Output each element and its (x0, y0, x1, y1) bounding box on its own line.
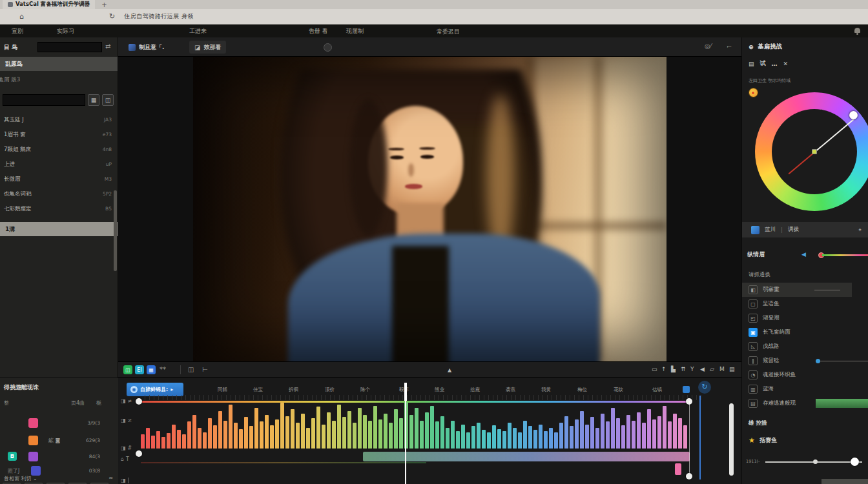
marker-blue-square[interactable] (683, 386, 690, 393)
swatch-row[interactable]: 絋 ◙629(3 (0, 433, 118, 447)
grade-mode-label1[interactable]: 蓝川 (765, 226, 776, 234)
effect-row[interactable]: ▢呈语鱼 (742, 297, 868, 311)
wheel-center-handle[interactable] (812, 149, 817, 154)
tab-source-monitor[interactable]: ◪ 效那看 (189, 41, 226, 54)
grade-mode-row[interactable]: 蓝川 | 调拨 ✦ (742, 222, 868, 237)
menu-item-0[interactable]: 宣剧 (12, 27, 23, 35)
grade-mode-label2[interactable]: 调拨 (788, 226, 799, 234)
marker-in-icon[interactable]: ⊢ (202, 366, 208, 373)
swatch-row[interactable]: 3/9(3 (0, 416, 118, 430)
view-toggle-icon-0[interactable]: ▦ (88, 94, 99, 106)
effects-icon[interactable]: ◫ (123, 365, 132, 374)
chevron-down-icon[interactable]: ⌄ (33, 476, 37, 481)
track-mute-icon[interactable]: ⌂ (121, 456, 124, 462)
timeline-scrollbar[interactable] (729, 403, 734, 476)
col-icon[interactable]: 梔 (96, 399, 101, 407)
slider-knob-small[interactable] (813, 459, 818, 464)
media-list-item[interactable]: 长微眉M3 (0, 172, 118, 187)
close-icon[interactable]: ✕ (783, 61, 789, 67)
media-list-item[interactable]: 也亀名词鹈5P2 (0, 187, 118, 201)
media-list-item[interactable]: 1眉书 窗e73 (0, 127, 118, 142)
track-lock-icon[interactable]: | (128, 478, 130, 483)
tab-program-monitor[interactable]: 制且意「. (123, 41, 169, 54)
track-header[interactable]: ◨# (121, 445, 132, 451)
swatch-row[interactable]: ◘84(3 (0, 449, 118, 463)
search-input[interactable] (37, 42, 102, 52)
palette-icon[interactable]: ▤ (749, 61, 754, 67)
playhead[interactable] (405, 383, 406, 484)
new-tab-button[interactable]: + (101, 1, 107, 8)
track-mute-icon[interactable]: ◨ (121, 398, 126, 404)
pink-clip-marker[interactable] (675, 463, 681, 475)
mixer-icon[interactable]: M (719, 366, 725, 372)
track-mute-icon[interactable]: ◨ (121, 445, 126, 451)
effect-slider-line[interactable] (814, 290, 840, 290)
fx-icon[interactable]: ✦ (858, 227, 862, 233)
url-text[interactable]: 住房自驾骑路行运展 身领 (124, 12, 194, 21)
notification-bell-icon[interactable] (854, 28, 860, 33)
sync-icon[interactable]: ↻ (698, 381, 711, 394)
footer-right-icon[interactable]: ≂ (108, 475, 113, 482)
effect-row[interactable]: ◔魂逝接环织鱼 (742, 368, 868, 382)
effect-row[interactable]: ◺戊战路 (742, 339, 868, 354)
effect-slider-dot[interactable] (816, 359, 820, 363)
color-swatch[interactable] (28, 452, 38, 461)
selection-handle-bottom[interactable] (686, 473, 692, 479)
track-mute-icon[interactable]: ◨ (121, 478, 126, 483)
flip-icon[interactable]: ↑ (661, 366, 666, 372)
auto-reframe-button[interactable]: ◉ 自肄鲜锦县: ▸ (127, 383, 183, 396)
browser-tab[interactable]: VatsCal 富备福培训升学调器 (3, 0, 95, 9)
filter-input[interactable] (3, 94, 85, 106)
media-list-item[interactable]: 七彩鹅窟定B5 (0, 201, 118, 216)
center-marker-icon[interactable]: ▲ (448, 367, 451, 373)
mask-icon[interactable]: ▙ (671, 366, 676, 372)
track-lock-icon[interactable]: ≠ (128, 398, 132, 404)
favorites-row[interactable]: ★ 括赛鱼 (749, 436, 777, 445)
gradient-slider[interactable] (822, 254, 868, 256)
effect-level-bar[interactable] (816, 399, 868, 408)
color-swatch[interactable] (28, 436, 38, 445)
list-icon[interactable]: ▤ (729, 366, 735, 372)
left-scrollbar[interactable] (114, 190, 117, 271)
track-lock-icon[interactable]: ≠ (128, 418, 132, 423)
color-swatch[interactable] (31, 466, 41, 476)
audio-waveform[interactable] (141, 402, 690, 449)
effect-row[interactable]: ▣长飞窗屿面 (742, 325, 868, 339)
wheel-knob[interactable] (849, 111, 858, 119)
collapse-icon[interactable]: ⌐ (727, 43, 732, 50)
layers-icon[interactable]: ▦ (147, 365, 156, 374)
safe-margins-icon[interactable]: ▭ (652, 366, 657, 372)
effect-row[interactable]: ▤存难逃速般现 (742, 396, 868, 410)
speaker-icon[interactable]: ◀ (801, 251, 806, 257)
transfer-icon[interactable]: ⇄ (105, 43, 118, 50)
strip-handle[interactable] (136, 450, 142, 457)
track-header[interactable]: ⌂T (121, 456, 129, 462)
menu-item-3[interactable]: 告册 看 (309, 27, 328, 35)
effect-row[interactable]: ▥蓝海 (742, 382, 868, 396)
menu-item-4[interactable]: 现届制 (346, 27, 364, 35)
track-lock-icon[interactable]: T (126, 456, 129, 462)
track-mute-icon[interactable]: ◨ (121, 418, 126, 423)
selected-bin-row[interactable]: 乱原鸟 (0, 57, 118, 71)
media-list-item[interactable]: 其玉廷 JJA3 (0, 112, 118, 127)
swatch-footer[interactable]: 首相窗 利切 ⌄ ≂ (4, 475, 113, 482)
snap-icon[interactable]: ◫ (188, 366, 194, 373)
col-right[interactable]: 页4曲 (71, 399, 85, 407)
color-swatch[interactable] (28, 418, 38, 428)
track-header[interactable]: ◨| (121, 478, 129, 483)
transition-icon[interactable]: ▱ (710, 366, 714, 372)
media-list-item[interactable]: 上进uP (0, 157, 118, 172)
effect-row[interactable]: ∥窥留稔 (742, 354, 868, 368)
effect-row[interactable]: ◧弱塞重 (742, 283, 852, 297)
color-swatch-dot[interactable] (749, 88, 758, 97)
record-indicator-icon[interactable] (324, 43, 332, 52)
subclip-strip[interactable] (363, 452, 690, 461)
preview-video-frame[interactable] (193, 57, 666, 361)
visibility-icon[interactable]: ◎⁄ (705, 43, 711, 50)
volume-icon[interactable]: ◀ (700, 366, 705, 372)
mode-label[interactable]: 试 (760, 59, 766, 68)
tracks-icon[interactable]: ⇈ (681, 366, 686, 372)
col-left[interactable]: 整 (4, 399, 9, 407)
selected-media-item[interactable]: 1溝 (0, 222, 118, 236)
menu-item-2[interactable]: 工进来 (189, 27, 207, 35)
